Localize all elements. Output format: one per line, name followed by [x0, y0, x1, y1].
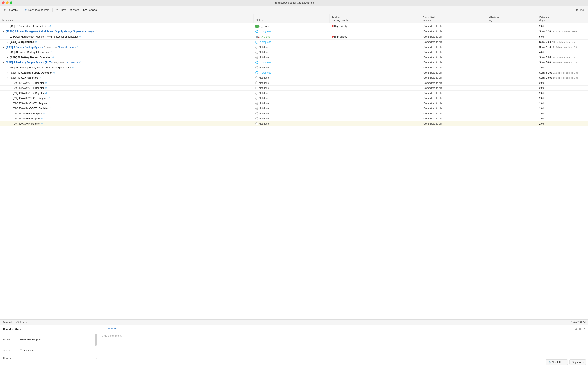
- table-row[interactable]: [0%] 438 AUXIE Register↺— Not done(Commi…: [0, 116, 588, 121]
- item-name-text: [0.0%] 43 AUX Registers: [10, 76, 38, 79]
- table-row[interactable]: ▾[0.0%] 22 Operations↺ In progress(Commi…: [0, 40, 588, 45]
- milestone-cell: [487, 75, 537, 80]
- table-row[interactable]: [0%] 436 AUXADCCTL Register↺— Not done(C…: [0, 106, 588, 111]
- table-row[interactable]: ▾[0.0%] 32 Battery Backup Operation↺— No…: [0, 55, 588, 60]
- sync-icon[interactable]: ↺: [49, 107, 51, 110]
- item-name-text: [0%] 436 AUXADCCTL Register: [13, 107, 48, 110]
- sync-icon[interactable]: ↺: [45, 87, 47, 90]
- sync-icon[interactable]: ↺: [72, 66, 74, 69]
- estimated-cell: 2.0d: [537, 106, 588, 111]
- sync-icon[interactable]: ↺: [41, 117, 43, 120]
- sync-icon[interactable]: ↺: [43, 112, 45, 115]
- close-panel-icon[interactable]: ✕: [583, 327, 586, 330]
- sync-icon[interactable]: ↺: [48, 102, 50, 105]
- table-row[interactable]: ▾[0.0%] 4 Auxiliary Supply System (AUX) …: [0, 60, 588, 65]
- item-name-cell: [0%] 435 AUX3CHCTL Register↺: [0, 101, 253, 106]
- hierarchy-label: Hierarchy: [7, 8, 18, 11]
- col-header-status[interactable]: Status: [253, 14, 329, 23]
- find-button[interactable]: ⧗ Find: [574, 8, 586, 12]
- expand-panel-icon[interactable]: ⊡: [574, 327, 577, 330]
- comments-content[interactable]: Add a comment...: [100, 332, 588, 358]
- expand-button[interactable]: ▾: [2, 46, 5, 49]
- sync-icon[interactable]: ↺: [53, 71, 55, 74]
- sync-icon[interactable]: ↺: [79, 61, 81, 64]
- sync-icon[interactable]: ↺: [45, 92, 47, 95]
- my-reports-label: My Reports:: [83, 8, 97, 11]
- table-row[interactable]: ▾[0.0%] 3 Battery Backup System Delegate…: [0, 45, 588, 50]
- tab-comments[interactable]: Comments: [103, 325, 120, 332]
- delegated-badge: Delegat: [87, 30, 95, 33]
- minimize-button[interactable]: [6, 1, 8, 4]
- hierarchy-button[interactable]: ▾ Hierarchy: [2, 8, 20, 12]
- item-name-cell: ▾[41.7%] 2 Power Management Module and S…: [0, 29, 253, 34]
- organize-button[interactable]: Organize ▾: [569, 359, 586, 365]
- priority-field-arrow[interactable]: ›: [96, 357, 97, 360]
- estimated-cell: Sum: 76.0d 76.0d not doneItem: 0.0d: [537, 60, 588, 65]
- priority-field-row[interactable]: Priority ›: [3, 356, 97, 361]
- table-row[interactable]: [0%] 431 AUXCTL0 Register↺— Not done(Com…: [0, 80, 588, 86]
- item-name-text: [0.0%] 42 Auxiliary Supply Operation: [10, 71, 53, 74]
- maximize-button[interactable]: [10, 1, 12, 4]
- table-row[interactable]: ▾[41.7%] 2 Power Management Module and S…: [0, 29, 588, 34]
- my-reports-button[interactable]: My Reports:: [82, 8, 99, 12]
- sync-icon[interactable]: ↺: [35, 41, 37, 44]
- attach-files-button[interactable]: 📎 Attach files ▾: [545, 359, 568, 365]
- sprint-cell: (Committed to pla: [421, 91, 487, 96]
- table-row[interactable]: [0%] 434 AUX2CHCTL Register↺— Not done(C…: [0, 96, 588, 101]
- item-name-text: [0%] 41 Auxiliary Supply System Function…: [10, 66, 71, 69]
- sync-icon[interactable]: ↺: [95, 30, 97, 33]
- sync-icon[interactable]: ↺: [41, 122, 43, 125]
- expand-button[interactable]: ▾: [6, 56, 9, 59]
- status-cell: — Not done: [253, 50, 329, 55]
- table-row[interactable]: ▾[0.0%] 42 Auxiliary Supply Operation↺ I…: [0, 70, 588, 75]
- sync-icon[interactable]: ↺: [79, 35, 81, 38]
- table-row[interactable]: [0%] 31 Battery Backup Introduction↺— No…: [0, 50, 588, 55]
- col-header-milestone[interactable]: Milestonetag: [487, 14, 537, 23]
- priority-dot: [332, 25, 334, 27]
- col-header-priority[interactable]: Productbacklog priority: [330, 14, 421, 23]
- table-row[interactable]: [0%] 433 AUXCTL2 Register↺— Not done(Com…: [0, 91, 588, 96]
- table-row[interactable]: [0%] 437 AUXIFG Register↺— Not done(Comm…: [0, 111, 588, 116]
- item-name-text: [0%] 434 AUX2CHCTL Register: [13, 97, 48, 100]
- sync-icon[interactable]: ↺: [52, 56, 54, 59]
- table-row[interactable]: ▾[0.0%] 43 AUX Registers↺— Not done(Comm…: [0, 75, 588, 80]
- expand-button: [9, 112, 12, 115]
- sync-icon[interactable]: ↺: [48, 97, 50, 100]
- hamburger-icon: ≡: [70, 8, 72, 11]
- estimated-cell: 4.0d: [537, 50, 588, 55]
- table-row[interactable]: 21 Power Management Module (PMM) Functio…: [0, 34, 588, 40]
- table-row[interactable]: [0%] 16 Connection of Unused Pins↺★ / — …: [0, 23, 588, 29]
- table-row[interactable]: [0%] 439 AUXIV Register↺— Not done(Commi…: [0, 121, 588, 126]
- col-header-item-name[interactable]: Item name: [0, 14, 253, 23]
- status-cell: — Not done: [253, 101, 329, 106]
- col-header-estimated[interactable]: Estimateddays: [537, 14, 588, 23]
- expand-button[interactable]: ▾: [6, 71, 9, 74]
- sync-icon[interactable]: ↺: [49, 25, 51, 28]
- expand-button[interactable]: ▾: [2, 30, 5, 33]
- status-field-arrow[interactable]: ›: [96, 350, 97, 352]
- sprint-cell: (Committed to pla: [421, 45, 487, 50]
- sync-icon[interactable]: ↺: [39, 76, 41, 79]
- expand-button[interactable]: ▾: [6, 76, 9, 79]
- new-backlog-item-button[interactable]: ⊕ New backlog item: [23, 7, 51, 13]
- table-row[interactable]: [0%] 435 AUX3CHCTL Register↺— Not done(C…: [0, 101, 588, 106]
- status-cell: — Not done: [253, 91, 329, 96]
- show-button[interactable]: 👁 Show: [54, 8, 68, 12]
- table-row[interactable]: [0%] 41 Auxiliary Supply System Function…: [0, 65, 588, 70]
- expand-button[interactable]: ▾: [6, 41, 9, 44]
- table-row[interactable]: [0%] 432 AUXCTL1 Register↺— Not done(Com…: [0, 86, 588, 91]
- status-cell: — Not done: [253, 116, 329, 121]
- status-cell: 🤖 / ✓ Comp: [253, 34, 329, 40]
- status-field-row[interactable]: Status — Not done ›: [3, 348, 97, 354]
- external-link-icon[interactable]: ⧉: [579, 327, 581, 330]
- more-button[interactable]: ≡ More: [69, 8, 81, 12]
- milestone-cell: [487, 101, 537, 106]
- status-cell: — Not done: [253, 45, 329, 50]
- expand-button[interactable]: ▾: [2, 61, 5, 64]
- sync-icon[interactable]: ↺: [45, 82, 47, 84]
- close-button[interactable]: [2, 1, 5, 4]
- sync-icon[interactable]: ↺: [76, 46, 78, 49]
- status-circle-icon: —: [20, 349, 23, 352]
- col-header-sprint[interactable]: Committedto sprint: [421, 14, 487, 23]
- sync-icon[interactable]: ↺: [50, 51, 52, 54]
